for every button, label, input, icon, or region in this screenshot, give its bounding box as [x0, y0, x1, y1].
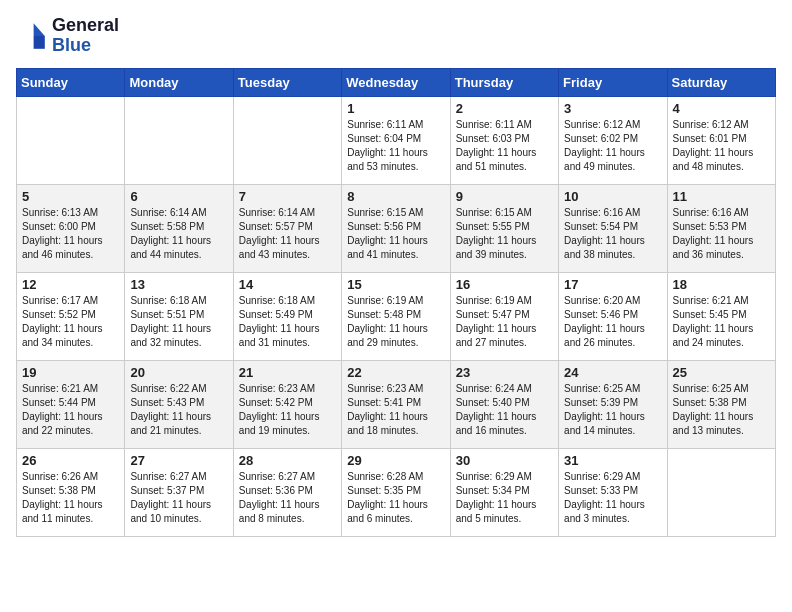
- cell-text: Sunrise: 6:21 AM Sunset: 5:44 PM Dayligh…: [22, 382, 119, 438]
- day-number: 25: [673, 365, 770, 380]
- calendar-cell: 12Sunrise: 6:17 AM Sunset: 5:52 PM Dayli…: [17, 272, 125, 360]
- calendar-cell: 9Sunrise: 6:15 AM Sunset: 5:55 PM Daylig…: [450, 184, 558, 272]
- calendar-cell: 28Sunrise: 6:27 AM Sunset: 5:36 PM Dayli…: [233, 448, 341, 536]
- calendar-week-row: 1Sunrise: 6:11 AM Sunset: 6:04 PM Daylig…: [17, 96, 776, 184]
- day-header-sunday: Sunday: [17, 68, 125, 96]
- calendar-cell: 5Sunrise: 6:13 AM Sunset: 6:00 PM Daylig…: [17, 184, 125, 272]
- cell-text: Sunrise: 6:11 AM Sunset: 6:04 PM Dayligh…: [347, 118, 444, 174]
- calendar-cell: 21Sunrise: 6:23 AM Sunset: 5:42 PM Dayli…: [233, 360, 341, 448]
- day-number: 9: [456, 189, 553, 204]
- calendar-cell: 27Sunrise: 6:27 AM Sunset: 5:37 PM Dayli…: [125, 448, 233, 536]
- calendar-cell: [667, 448, 775, 536]
- day-number: 28: [239, 453, 336, 468]
- day-number: 31: [564, 453, 661, 468]
- calendar-cell: 25Sunrise: 6:25 AM Sunset: 5:38 PM Dayli…: [667, 360, 775, 448]
- cell-text: Sunrise: 6:22 AM Sunset: 5:43 PM Dayligh…: [130, 382, 227, 438]
- cell-text: Sunrise: 6:15 AM Sunset: 5:55 PM Dayligh…: [456, 206, 553, 262]
- calendar-cell: [17, 96, 125, 184]
- cell-text: Sunrise: 6:29 AM Sunset: 5:34 PM Dayligh…: [456, 470, 553, 526]
- day-number: 3: [564, 101, 661, 116]
- day-number: 27: [130, 453, 227, 468]
- calendar-cell: 19Sunrise: 6:21 AM Sunset: 5:44 PM Dayli…: [17, 360, 125, 448]
- day-number: 15: [347, 277, 444, 292]
- calendar-cell: 14Sunrise: 6:18 AM Sunset: 5:49 PM Dayli…: [233, 272, 341, 360]
- calendar-cell: 6Sunrise: 6:14 AM Sunset: 5:58 PM Daylig…: [125, 184, 233, 272]
- day-number: 21: [239, 365, 336, 380]
- calendar-cell: 13Sunrise: 6:18 AM Sunset: 5:51 PM Dayli…: [125, 272, 233, 360]
- day-number: 20: [130, 365, 227, 380]
- cell-text: Sunrise: 6:14 AM Sunset: 5:58 PM Dayligh…: [130, 206, 227, 262]
- svg-marker-1: [34, 36, 45, 49]
- day-number: 10: [564, 189, 661, 204]
- calendar-cell: 1Sunrise: 6:11 AM Sunset: 6:04 PM Daylig…: [342, 96, 450, 184]
- day-number: 7: [239, 189, 336, 204]
- cell-text: Sunrise: 6:16 AM Sunset: 5:53 PM Dayligh…: [673, 206, 770, 262]
- page-header: General Blue: [16, 16, 776, 56]
- day-header-thursday: Thursday: [450, 68, 558, 96]
- day-number: 8: [347, 189, 444, 204]
- logo: General Blue: [16, 16, 119, 56]
- calendar-week-row: 12Sunrise: 6:17 AM Sunset: 5:52 PM Dayli…: [17, 272, 776, 360]
- calendar-cell: 29Sunrise: 6:28 AM Sunset: 5:35 PM Dayli…: [342, 448, 450, 536]
- day-number: 30: [456, 453, 553, 468]
- cell-text: Sunrise: 6:21 AM Sunset: 5:45 PM Dayligh…: [673, 294, 770, 350]
- cell-text: Sunrise: 6:13 AM Sunset: 6:00 PM Dayligh…: [22, 206, 119, 262]
- calendar-cell: 4Sunrise: 6:12 AM Sunset: 6:01 PM Daylig…: [667, 96, 775, 184]
- day-header-friday: Friday: [559, 68, 667, 96]
- calendar-cell: 7Sunrise: 6:14 AM Sunset: 5:57 PM Daylig…: [233, 184, 341, 272]
- calendar-table: SundayMondayTuesdayWednesdayThursdayFrid…: [16, 68, 776, 537]
- logo-text: General Blue: [52, 16, 119, 56]
- day-number: 23: [456, 365, 553, 380]
- day-number: 29: [347, 453, 444, 468]
- cell-text: Sunrise: 6:20 AM Sunset: 5:46 PM Dayligh…: [564, 294, 661, 350]
- cell-text: Sunrise: 6:23 AM Sunset: 5:41 PM Dayligh…: [347, 382, 444, 438]
- calendar-cell: 20Sunrise: 6:22 AM Sunset: 5:43 PM Dayli…: [125, 360, 233, 448]
- calendar-cell: 26Sunrise: 6:26 AM Sunset: 5:38 PM Dayli…: [17, 448, 125, 536]
- day-number: 14: [239, 277, 336, 292]
- cell-text: Sunrise: 6:29 AM Sunset: 5:33 PM Dayligh…: [564, 470, 661, 526]
- calendar-cell: 3Sunrise: 6:12 AM Sunset: 6:02 PM Daylig…: [559, 96, 667, 184]
- day-number: 26: [22, 453, 119, 468]
- calendar-cell: [233, 96, 341, 184]
- calendar-cell: [125, 96, 233, 184]
- cell-text: Sunrise: 6:18 AM Sunset: 5:49 PM Dayligh…: [239, 294, 336, 350]
- cell-text: Sunrise: 6:23 AM Sunset: 5:42 PM Dayligh…: [239, 382, 336, 438]
- cell-text: Sunrise: 6:16 AM Sunset: 5:54 PM Dayligh…: [564, 206, 661, 262]
- day-number: 5: [22, 189, 119, 204]
- cell-text: Sunrise: 6:24 AM Sunset: 5:40 PM Dayligh…: [456, 382, 553, 438]
- day-number: 18: [673, 277, 770, 292]
- svg-marker-0: [34, 23, 45, 36]
- cell-text: Sunrise: 6:12 AM Sunset: 6:02 PM Dayligh…: [564, 118, 661, 174]
- cell-text: Sunrise: 6:12 AM Sunset: 6:01 PM Dayligh…: [673, 118, 770, 174]
- calendar-cell: 10Sunrise: 6:16 AM Sunset: 5:54 PM Dayli…: [559, 184, 667, 272]
- calendar-cell: 23Sunrise: 6:24 AM Sunset: 5:40 PM Dayli…: [450, 360, 558, 448]
- cell-text: Sunrise: 6:27 AM Sunset: 5:37 PM Dayligh…: [130, 470, 227, 526]
- calendar-cell: 11Sunrise: 6:16 AM Sunset: 5:53 PM Dayli…: [667, 184, 775, 272]
- cell-text: Sunrise: 6:15 AM Sunset: 5:56 PM Dayligh…: [347, 206, 444, 262]
- cell-text: Sunrise: 6:14 AM Sunset: 5:57 PM Dayligh…: [239, 206, 336, 262]
- calendar-cell: 30Sunrise: 6:29 AM Sunset: 5:34 PM Dayli…: [450, 448, 558, 536]
- cell-text: Sunrise: 6:27 AM Sunset: 5:36 PM Dayligh…: [239, 470, 336, 526]
- day-number: 22: [347, 365, 444, 380]
- cell-text: Sunrise: 6:28 AM Sunset: 5:35 PM Dayligh…: [347, 470, 444, 526]
- calendar-cell: 24Sunrise: 6:25 AM Sunset: 5:39 PM Dayli…: [559, 360, 667, 448]
- day-header-monday: Monday: [125, 68, 233, 96]
- day-number: 4: [673, 101, 770, 116]
- logo-icon: [16, 20, 48, 52]
- cell-text: Sunrise: 6:11 AM Sunset: 6:03 PM Dayligh…: [456, 118, 553, 174]
- day-number: 13: [130, 277, 227, 292]
- day-number: 19: [22, 365, 119, 380]
- day-number: 24: [564, 365, 661, 380]
- calendar-cell: 18Sunrise: 6:21 AM Sunset: 5:45 PM Dayli…: [667, 272, 775, 360]
- calendar-header-row: SundayMondayTuesdayWednesdayThursdayFrid…: [17, 68, 776, 96]
- day-number: 17: [564, 277, 661, 292]
- calendar-cell: 31Sunrise: 6:29 AM Sunset: 5:33 PM Dayli…: [559, 448, 667, 536]
- day-number: 6: [130, 189, 227, 204]
- cell-text: Sunrise: 6:26 AM Sunset: 5:38 PM Dayligh…: [22, 470, 119, 526]
- day-number: 11: [673, 189, 770, 204]
- day-number: 12: [22, 277, 119, 292]
- calendar-cell: 8Sunrise: 6:15 AM Sunset: 5:56 PM Daylig…: [342, 184, 450, 272]
- calendar-cell: 17Sunrise: 6:20 AM Sunset: 5:46 PM Dayli…: [559, 272, 667, 360]
- cell-text: Sunrise: 6:25 AM Sunset: 5:38 PM Dayligh…: [673, 382, 770, 438]
- day-number: 2: [456, 101, 553, 116]
